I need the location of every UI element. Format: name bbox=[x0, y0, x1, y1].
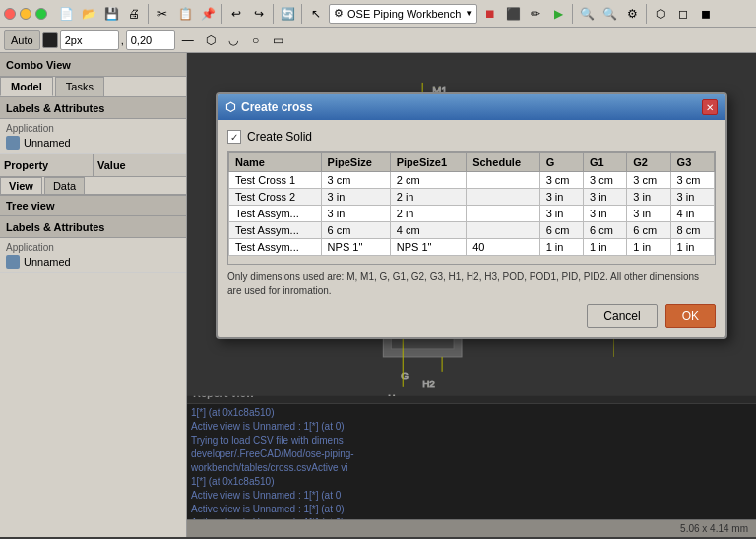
unnamed-item: Unnamed bbox=[6, 136, 180, 150]
property-col-header: Property bbox=[0, 154, 94, 176]
cell-2-5: 3 in bbox=[583, 206, 626, 222]
line-icon[interactable]: — bbox=[177, 30, 199, 51]
open-icon[interactable]: 📂 bbox=[78, 3, 99, 25]
cell-3-3 bbox=[467, 222, 539, 239]
dialog-body: ✓ Create Solid Name PipeSize PipeSize1 bbox=[218, 120, 725, 337]
cube-icon[interactable]: ⬡ bbox=[650, 3, 671, 25]
arc-icon[interactable]: ◡ bbox=[222, 30, 244, 51]
cell-0-2: 2 cm bbox=[390, 172, 466, 189]
color-swatch[interactable] bbox=[42, 32, 58, 48]
value-input[interactable] bbox=[126, 30, 175, 50]
col-pipesize1: PipeSize1 bbox=[390, 153, 466, 172]
dropdown-arrow-icon: ▼ bbox=[465, 9, 472, 18]
cell-1-7: 3 in bbox=[670, 189, 714, 206]
labels-attr2-header: Labels & Attributes bbox=[0, 216, 186, 238]
right-tools: ⏹ ⬛ ✏ ▶ 🔍 🔍 ⚙ ⬡ ◻ ◼ bbox=[479, 3, 717, 25]
col-g: G bbox=[539, 153, 583, 172]
create-solid-checkbox[interactable]: ✓ bbox=[227, 130, 241, 144]
cell-3-0: Test Assym... bbox=[229, 222, 322, 239]
undo-icon[interactable]: ↩ bbox=[225, 3, 247, 25]
paste-icon[interactable]: 📌 bbox=[197, 3, 219, 25]
cell-0-3 bbox=[467, 172, 539, 189]
sep5 bbox=[572, 4, 573, 24]
labels-attributes-header: Labels & Attributes bbox=[0, 97, 186, 119]
cell-2-0: Test Assym... bbox=[229, 206, 322, 222]
close-button[interactable] bbox=[4, 8, 16, 20]
sep3 bbox=[273, 4, 274, 24]
cell-4-7: 1 in bbox=[670, 239, 714, 256]
col-g2: G2 bbox=[627, 153, 670, 172]
col-schedule: Schedule bbox=[467, 153, 539, 172]
info-text: Only dimensions used are: M, M1, G, G1, … bbox=[227, 270, 716, 298]
dialog-title: ⬡ Create cross bbox=[225, 100, 313, 114]
ok-button[interactable]: OK bbox=[665, 304, 716, 328]
data-tab[interactable]: Data bbox=[44, 177, 85, 194]
minimize-button[interactable] bbox=[20, 8, 32, 20]
zoom-icon[interactable]: 🔍 bbox=[576, 3, 598, 25]
auto-button[interactable]: Auto bbox=[4, 30, 40, 50]
view-tab[interactable]: View bbox=[0, 177, 42, 194]
px-input[interactable] bbox=[60, 30, 119, 50]
cell-4-5: 1 in bbox=[583, 239, 626, 256]
cut-icon[interactable]: ✂ bbox=[152, 3, 173, 25]
table-row[interactable]: Test Assym...6 cm4 cm6 cm6 cm6 cm8 cm bbox=[229, 222, 715, 239]
unnamed-label: Unnamed bbox=[24, 137, 71, 149]
rect-icon[interactable]: ▭ bbox=[268, 30, 289, 51]
workbench-selector[interactable]: ⚙ OSE Piping Workbench ▼ bbox=[329, 4, 477, 24]
new-icon[interactable]: 📄 bbox=[55, 3, 77, 25]
cursor-icon[interactable]: ↖ bbox=[305, 3, 327, 25]
file-tools: 📄 📂 💾 🖨 ✂ 📋 📌 ↩ ↪ 🔄 ↖ bbox=[55, 3, 327, 25]
cell-1-1: 3 in bbox=[321, 189, 390, 206]
view3d-icon[interactable]: ◻ bbox=[672, 3, 694, 25]
view-mode-icon[interactable]: ◼ bbox=[695, 3, 717, 25]
cell-3-5: 6 cm bbox=[583, 222, 626, 239]
cell-2-2: 2 in bbox=[390, 206, 466, 222]
maximize-button[interactable] bbox=[35, 8, 47, 20]
print-icon[interactable]: 🖨 bbox=[123, 3, 145, 25]
circle-icon[interactable]: ○ bbox=[245, 30, 267, 51]
save-icon[interactable]: 💾 bbox=[100, 3, 122, 25]
pipe-table-scroll[interactable]: Name PipeSize PipeSize1 Schedule G G1 G2… bbox=[227, 151, 716, 265]
cell-2-4: 3 in bbox=[539, 206, 583, 222]
unnamed-item2: Unnamed bbox=[6, 255, 180, 269]
unnamed-label2: Unnamed bbox=[24, 256, 71, 268]
unnamed-icon bbox=[6, 136, 20, 150]
model-tab[interactable]: Model bbox=[0, 77, 53, 96]
cell-2-1: 3 in bbox=[321, 206, 390, 222]
cell-3-4: 6 cm bbox=[539, 222, 583, 239]
cancel-button[interactable]: Cancel bbox=[587, 304, 657, 328]
pipe-table: Name PipeSize PipeSize1 Schedule G G1 G2… bbox=[228, 152, 715, 256]
tasks-tab[interactable]: Tasks bbox=[55, 77, 104, 96]
table-row[interactable]: Test Cross 13 cm2 cm3 cm3 cm3 cm3 cm bbox=[229, 172, 715, 189]
workbench-icon: ⚙ bbox=[334, 7, 344, 20]
play-icon[interactable]: ▶ bbox=[547, 3, 569, 25]
left-panel: Combo View Model Tasks Labels & Attribut… bbox=[0, 53, 187, 537]
cell-1-2: 2 in bbox=[390, 189, 466, 206]
workbench-label: OSE Piping Workbench bbox=[347, 8, 461, 20]
cell-1-4: 3 in bbox=[539, 189, 583, 206]
dialog-close-button[interactable]: ✕ bbox=[702, 99, 718, 115]
settings-icon[interactable]: ⚙ bbox=[621, 3, 643, 25]
main-layout: Combo View Model Tasks Labels & Attribut… bbox=[0, 53, 756, 537]
cell-4-3: 40 bbox=[467, 239, 539, 256]
cell-2-3 bbox=[467, 206, 539, 222]
cell-4-6: 1 in bbox=[627, 239, 670, 256]
create-solid-label: Create Solid bbox=[247, 130, 312, 144]
table-row[interactable]: Test Cross 23 in2 in3 in3 in3 in3 in bbox=[229, 189, 715, 206]
redo-icon[interactable]: ↪ bbox=[248, 3, 270, 25]
dialog-overlay: ⬡ Create cross ✕ ✓ Create Solid bbox=[187, 53, 756, 537]
sep4 bbox=[301, 4, 302, 24]
stop-icon[interactable]: ⏹ bbox=[479, 3, 501, 25]
cell-0-1: 3 cm bbox=[321, 172, 390, 189]
edit-icon[interactable]: ✏ bbox=[525, 3, 546, 25]
zoom-minus-icon[interactable]: 🔍 bbox=[598, 3, 620, 25]
refresh-icon[interactable]: 🔄 bbox=[277, 3, 298, 25]
pause-icon[interactable]: ⬛ bbox=[502, 3, 524, 25]
cell-4-1: NPS 1" bbox=[321, 239, 390, 256]
table-row[interactable]: Test Assym...3 in2 in3 in3 in3 in4 in bbox=[229, 206, 715, 222]
table-header-row: Name PipeSize PipeSize1 Schedule G G1 G2… bbox=[229, 153, 715, 172]
table-row[interactable]: Test Assym...NPS 1"NPS 1"401 in1 in1 in1… bbox=[229, 239, 715, 256]
copy-icon[interactable]: 📋 bbox=[174, 3, 196, 25]
poly-icon[interactable]: ⬡ bbox=[200, 30, 221, 51]
second-toolbar: Auto , — ⬡ ◡ ○ ▭ bbox=[0, 28, 756, 53]
